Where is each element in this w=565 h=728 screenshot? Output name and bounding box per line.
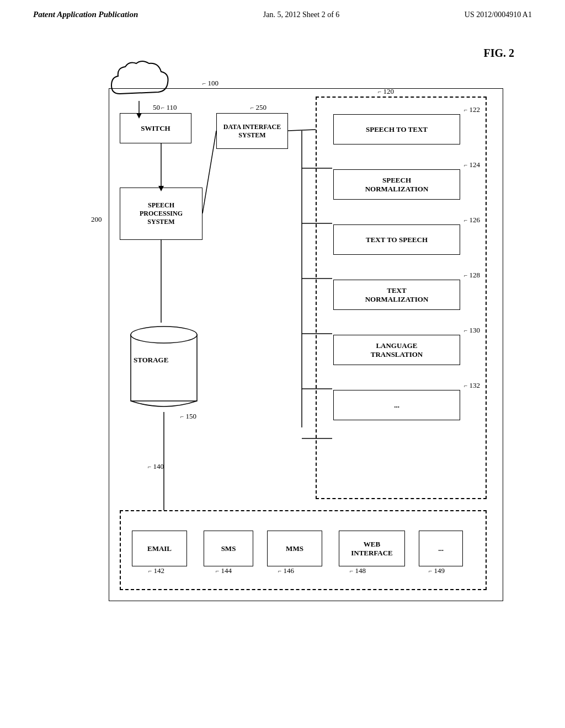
- box-speech-processing-200: SPEECH PROCESSING SYSTEM: [120, 188, 202, 240]
- box-text-to-speech-126: TEXT TO SPEECH: [333, 224, 460, 255]
- storage-label: STORAGE: [134, 356, 168, 365]
- label-144: ⌐ 144: [216, 566, 232, 575]
- box-120-dashed: SPEECH TO TEXT ⌐ 122 SPEECH NORMALIZATIO…: [316, 97, 487, 499]
- label-100: ⌐ 100: [202, 79, 218, 88]
- box-switch-110: SWITCH: [120, 113, 191, 143]
- label-124: ⌐ 124: [464, 160, 480, 169]
- label-149: ⌐ 149: [429, 566, 445, 575]
- box-bottom-dashed: EMAIL ⌐ 142 SMS ⌐ 144 MMS ⌐ 146 WEB INTE…: [120, 510, 487, 590]
- label-120: ⌐ 120: [378, 87, 394, 96]
- label-250: ⌐ 250: [250, 103, 266, 112]
- header-center: Jan. 5, 2012 Sheet 2 of 6: [263, 10, 339, 19]
- header-right: US 2012/0004910 A1: [465, 10, 532, 19]
- diagram-area: FIG. 2 50 ⌐ 100 SWITCH ⌐ 110 DATA INTERF…: [45, 41, 520, 648]
- cylinder-storage-150: [128, 323, 200, 411]
- header-left: Patent Application Publication: [33, 10, 138, 19]
- box-text-normalization-128: TEXT NORMALIZATION: [333, 280, 460, 310]
- svg-point-1: [131, 326, 197, 343]
- box-data-interface-250: DATA INTERFACE SYSTEM: [216, 113, 288, 149]
- label-148: ⌐ 148: [350, 566, 366, 575]
- fig-label: FIG. 2: [483, 47, 514, 60]
- box-web-interface-148: WEB INTERFACE: [339, 531, 405, 566]
- label-142: ⌐ 142: [148, 566, 164, 575]
- label-140: ⌐ 140: [148, 462, 164, 471]
- page-header: Patent Application Publication Jan. 5, 2…: [0, 0, 565, 25]
- label-132: ⌐ 132: [464, 381, 480, 390]
- label-200: 200: [91, 215, 102, 224]
- label-128: ⌐ 128: [464, 271, 480, 280]
- box-speech-normalization-124: SPEECH NORMALIZATION: [333, 169, 460, 200]
- label-130: ⌐ 130: [464, 326, 480, 335]
- svg-rect-0: [131, 335, 197, 401]
- box-email-142: EMAIL: [132, 531, 187, 566]
- box-mms-146: MMS: [267, 531, 322, 566]
- label-122: ⌐ 122: [464, 105, 480, 114]
- patent-page: Patent Application Publication Jan. 5, 2…: [0, 0, 565, 728]
- label-146: ⌐ 146: [278, 566, 294, 575]
- box-ellipsis-149: ...: [419, 531, 463, 566]
- box-ellipsis-132: ...: [333, 390, 460, 420]
- label-110: ⌐ 110: [161, 103, 177, 112]
- label-150: ⌐ 150: [180, 412, 196, 421]
- box-sms-144: SMS: [204, 531, 253, 566]
- label-126: ⌐ 126: [464, 216, 480, 224]
- box-speech-to-text-122: SPEECH TO TEXT: [333, 114, 460, 144]
- box-language-translation-130: LANGUAGE TRANSLATION: [333, 335, 460, 365]
